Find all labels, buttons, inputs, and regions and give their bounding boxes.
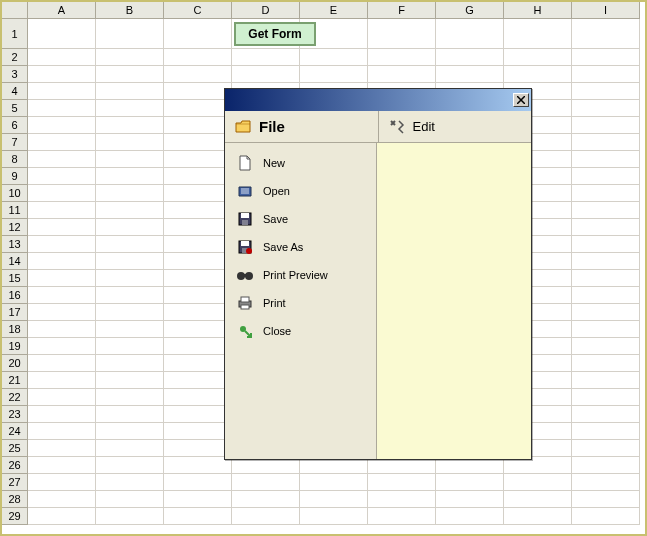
- cell[interactable]: [164, 202, 232, 219]
- cell[interactable]: [96, 117, 164, 134]
- cell[interactable]: [28, 474, 96, 491]
- col-head[interactable]: H: [504, 2, 572, 19]
- cell[interactable]: [96, 151, 164, 168]
- row-head[interactable]: 16: [2, 287, 28, 304]
- cell[interactable]: [28, 100, 96, 117]
- cell[interactable]: [96, 406, 164, 423]
- cell[interactable]: [164, 389, 232, 406]
- row-head[interactable]: 1: [2, 19, 28, 49]
- cell[interactable]: [436, 49, 504, 66]
- cell[interactable]: [96, 219, 164, 236]
- cell[interactable]: [572, 66, 640, 83]
- cell[interactable]: [28, 440, 96, 457]
- row-head[interactable]: 6: [2, 117, 28, 134]
- row-head[interactable]: 20: [2, 355, 28, 372]
- cell[interactable]: [572, 253, 640, 270]
- cell[interactable]: [164, 270, 232, 287]
- cell[interactable]: [28, 304, 96, 321]
- cell[interactable]: [164, 355, 232, 372]
- cell[interactable]: [504, 19, 572, 49]
- titlebar[interactable]: [225, 89, 531, 111]
- cell[interactable]: [164, 66, 232, 83]
- cell[interactable]: [96, 423, 164, 440]
- cell[interactable]: [368, 491, 436, 508]
- cell[interactable]: [96, 168, 164, 185]
- cell[interactable]: [164, 117, 232, 134]
- close-button[interactable]: [513, 93, 529, 107]
- cell[interactable]: [572, 19, 640, 49]
- row-head[interactable]: 18: [2, 321, 28, 338]
- cell[interactable]: [164, 134, 232, 151]
- cell[interactable]: [164, 406, 232, 423]
- cell[interactable]: [504, 508, 572, 525]
- col-head[interactable]: I: [572, 2, 640, 19]
- cell[interactable]: [572, 474, 640, 491]
- cell[interactable]: [572, 202, 640, 219]
- cell[interactable]: [436, 19, 504, 49]
- cell[interactable]: [96, 440, 164, 457]
- menu-close[interactable]: Close: [225, 317, 376, 345]
- cell[interactable]: [28, 49, 96, 66]
- cell[interactable]: [164, 338, 232, 355]
- cell[interactable]: [164, 508, 232, 525]
- cell[interactable]: [368, 49, 436, 66]
- row-head[interactable]: 21: [2, 372, 28, 389]
- cell[interactable]: [572, 151, 640, 168]
- cell[interactable]: [164, 457, 232, 474]
- cell[interactable]: [96, 474, 164, 491]
- cell[interactable]: [232, 508, 300, 525]
- cell[interactable]: [164, 304, 232, 321]
- cell[interactable]: [96, 19, 164, 49]
- row-head[interactable]: 15: [2, 270, 28, 287]
- cell[interactable]: [28, 389, 96, 406]
- cell[interactable]: [28, 508, 96, 525]
- cell[interactable]: [96, 66, 164, 83]
- cell[interactable]: [572, 219, 640, 236]
- cell[interactable]: [572, 134, 640, 151]
- cell[interactable]: [436, 66, 504, 83]
- cell[interactable]: [96, 287, 164, 304]
- cell[interactable]: [96, 491, 164, 508]
- cell[interactable]: [164, 236, 232, 253]
- cell[interactable]: [28, 151, 96, 168]
- cell[interactable]: [28, 270, 96, 287]
- row-head[interactable]: 22: [2, 389, 28, 406]
- cell[interactable]: [572, 491, 640, 508]
- cell[interactable]: [28, 457, 96, 474]
- cell[interactable]: [96, 457, 164, 474]
- cell[interactable]: [572, 304, 640, 321]
- cell[interactable]: [572, 270, 640, 287]
- cell[interactable]: [28, 117, 96, 134]
- row-head[interactable]: 2: [2, 49, 28, 66]
- cell[interactable]: [572, 83, 640, 100]
- row-head[interactable]: 10: [2, 185, 28, 202]
- cell[interactable]: [164, 253, 232, 270]
- cell[interactable]: [28, 185, 96, 202]
- cell[interactable]: [28, 338, 96, 355]
- cell[interactable]: [96, 372, 164, 389]
- col-head[interactable]: A: [28, 2, 96, 19]
- cell[interactable]: [96, 236, 164, 253]
- cell[interactable]: [164, 100, 232, 117]
- cell[interactable]: [96, 49, 164, 66]
- cell[interactable]: [504, 474, 572, 491]
- cell[interactable]: [164, 151, 232, 168]
- row-head[interactable]: 12: [2, 219, 28, 236]
- cell[interactable]: [164, 19, 232, 49]
- row-head[interactable]: 19: [2, 338, 28, 355]
- row-head[interactable]: 9: [2, 168, 28, 185]
- row-head[interactable]: 14: [2, 253, 28, 270]
- cell[interactable]: [232, 474, 300, 491]
- cell[interactable]: [572, 406, 640, 423]
- cell[interactable]: [96, 83, 164, 100]
- cell[interactable]: [28, 253, 96, 270]
- cell[interactable]: [572, 372, 640, 389]
- cell[interactable]: [96, 338, 164, 355]
- col-head[interactable]: D: [232, 2, 300, 19]
- row-head[interactable]: 26: [2, 457, 28, 474]
- cell[interactable]: [300, 49, 368, 66]
- tab-file[interactable]: File: [225, 111, 379, 142]
- cell[interactable]: [96, 202, 164, 219]
- cell[interactable]: [164, 185, 232, 202]
- cell[interactable]: [164, 219, 232, 236]
